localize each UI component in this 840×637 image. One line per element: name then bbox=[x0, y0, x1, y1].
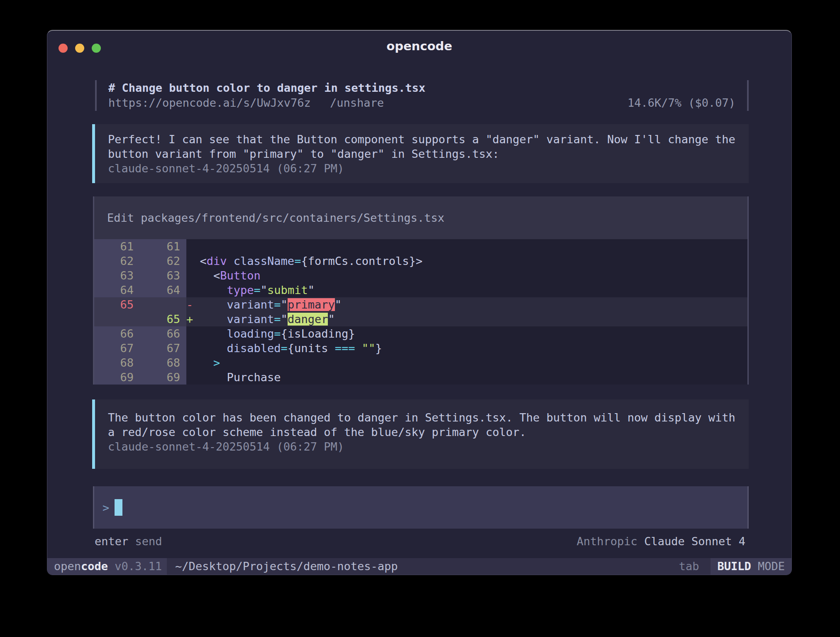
send-hint-action: send bbox=[135, 535, 162, 548]
working-directory: ~/Desktop/Projects/demo-notes-app bbox=[167, 558, 679, 575]
model-provider: Anthropic bbox=[577, 535, 637, 548]
zoom-button[interactable] bbox=[92, 44, 101, 53]
share-row: https://opencode.ai/s/UwJxv76z /unshare bbox=[108, 96, 384, 110]
message-line: The button color has been changed to dan… bbox=[108, 410, 749, 425]
tool-call-block: Edit packages/frontend/src/containers/Se… bbox=[93, 196, 749, 385]
app-version-segment: opencode v0.3.11 bbox=[47, 558, 167, 575]
message-model-meta: claude-sonnet-4-20250514 (06:27 PM) bbox=[108, 439, 749, 454]
message-model-meta: claude-sonnet-4-20250514 (06:27 PM) bbox=[108, 161, 749, 176]
status-bar: opencode v0.3.11 ~/Desktop/Projects/demo… bbox=[47, 558, 791, 575]
window-title: opencode bbox=[47, 31, 791, 61]
hint-bar: enter send Anthropic Claude Sonnet 4 bbox=[93, 534, 749, 549]
diff-row: 65+ variant="danger" bbox=[94, 312, 747, 326]
prompt-symbol: > bbox=[103, 501, 109, 514]
diff-row: 6262 <div className={formCs.controls}> bbox=[94, 254, 747, 268]
assistant-message: Perfect! I can see that the Button compo… bbox=[92, 124, 749, 183]
mode-segment: BUILD MODE bbox=[711, 558, 791, 575]
send-hint-key: enter bbox=[95, 535, 128, 548]
model-name: Claude Sonnet 4 bbox=[644, 535, 745, 548]
text-cursor bbox=[115, 499, 122, 516]
titlebar: opencode bbox=[47, 31, 791, 61]
message-line: button variant from "primary" to "danger… bbox=[108, 147, 749, 161]
diff-row: 6363 <Button bbox=[94, 268, 747, 283]
app-version: v0.3.11 bbox=[108, 560, 162, 573]
context-stats: 14.6K/7% ($0.07) bbox=[628, 96, 735, 110]
diff-row: 6868 > bbox=[94, 355, 747, 370]
app-window: opencode # Change button color to danger… bbox=[47, 30, 792, 575]
message-line: Perfect! I can see that the Button compo… bbox=[108, 132, 749, 147]
prompt-input[interactable]: > bbox=[93, 486, 749, 529]
close-button[interactable] bbox=[59, 44, 68, 53]
tool-call-title: Edit packages/frontend/src/containers/Se… bbox=[94, 196, 747, 239]
message-line: a red/rose color scheme instead of the b… bbox=[108, 425, 749, 439]
session-header: # Change button color to danger in setti… bbox=[95, 80, 749, 111]
tab-mode-hint[interactable]: tab bbox=[679, 558, 711, 575]
mode-label-bold: BUILD bbox=[717, 560, 751, 573]
diff-row: 6161 bbox=[94, 239, 747, 254]
minimize-button[interactable] bbox=[75, 44, 84, 53]
session-title: # Change button color to danger in setti… bbox=[108, 81, 735, 96]
diff-view: 61616262 <div className={formCs.controls… bbox=[94, 239, 747, 385]
traffic-lights bbox=[59, 44, 101, 53]
model-indicator: Anthropic Claude Sonnet 4 bbox=[577, 534, 745, 549]
unshare-command[interactable]: /unshare bbox=[330, 96, 384, 109]
send-hint: enter send bbox=[95, 534, 162, 549]
mode-label-rest: MODE bbox=[751, 560, 785, 573]
diff-row: 65- variant="primary" bbox=[94, 297, 747, 312]
diff-row: 6767 disabled={units === ""} bbox=[94, 341, 747, 355]
app-name-bold: code bbox=[81, 560, 108, 573]
diff-row: 6969 Purchase bbox=[94, 370, 747, 385]
diff-row: 6666 loading={isLoading} bbox=[94, 326, 747, 341]
share-url-link[interactable]: https://opencode.ai/s/UwJxv76z bbox=[108, 96, 311, 109]
app-name-normal: open bbox=[54, 560, 81, 573]
assistant-message: The button color has been changed to dan… bbox=[92, 399, 749, 469]
diff-row: 6464 type="submit" bbox=[94, 283, 747, 297]
